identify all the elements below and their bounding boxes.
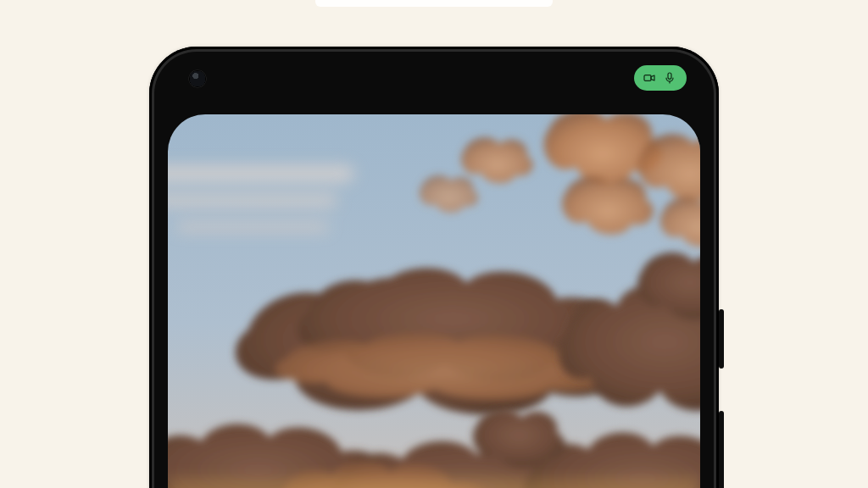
- microphone-icon: [663, 71, 676, 85]
- svg-rect-0: [644, 75, 651, 81]
- camera-video-icon: [643, 71, 656, 85]
- svg-rect-4: [168, 165, 354, 182]
- svg-rect-5: [168, 195, 337, 207]
- phone-screen[interactable]: [168, 114, 700, 488]
- wallpaper-sunset-clouds: [168, 114, 700, 488]
- page-top-strip: [315, 0, 553, 7]
- svg-rect-7: [168, 479, 700, 488]
- phone-body: [149, 47, 719, 488]
- volume-rocker[interactable]: [719, 411, 724, 488]
- svg-rect-1: [668, 73, 671, 79]
- power-button[interactable]: [719, 309, 724, 369]
- svg-rect-6: [176, 223, 329, 231]
- front-camera-lens: [188, 69, 207, 88]
- privacy-indicator-pill[interactable]: [634, 65, 687, 91]
